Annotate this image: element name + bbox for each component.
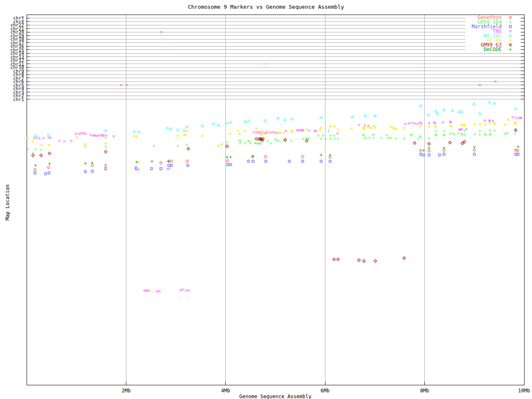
series-marshfield: [34, 153, 519, 175]
star-icon: [509, 39, 512, 42]
chromosome-label: chr1: [13, 97, 25, 102]
y-axis-label: Map Location: [5, 169, 10, 236]
plot-svg: chrYchrXchr22chr21chr20chr19chr18chr17ch…: [0, 0, 532, 399]
series-decode: [34, 145, 519, 167]
marker-set: [26, 62, 517, 154]
marker-set: [34, 145, 519, 167]
x-axis-label: Genome Sequence Assembly: [27, 394, 524, 399]
series-gm99-g3: [32, 128, 517, 262]
x-tick-label: 10Mb: [518, 388, 530, 394]
legend-marker-icon: [509, 39, 512, 42]
series-wi-yac: [34, 101, 517, 137]
series-tng: [33, 31, 522, 292]
marker-set: [34, 101, 517, 137]
marker-set: [32, 128, 517, 262]
marker-set: [34, 153, 519, 175]
x-tick-label: 8Mb: [420, 388, 429, 394]
plot-border: [27, 15, 524, 385]
x-tick-label: 6Mb: [320, 388, 330, 394]
series-wi-rh: [26, 118, 517, 163]
x-tick-label: 4Mb: [221, 388, 230, 394]
series-gm99-gb4: [26, 62, 517, 154]
marker-set: [26, 118, 517, 163]
legend-label: DeCODE: [484, 47, 502, 52]
x-tick-label: 2Mb: [122, 388, 131, 394]
marker-set: [33, 31, 522, 292]
figure-canvas: Chromosome 9 Markers vs Genome Sequence …: [0, 0, 532, 399]
